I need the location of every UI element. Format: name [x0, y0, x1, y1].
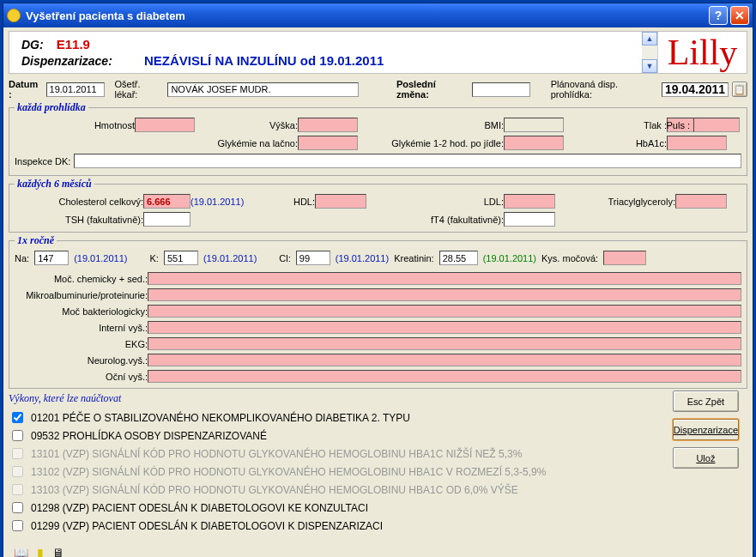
k-input[interactable]: 551 [164, 251, 198, 265]
ldl-label: LDL: [366, 197, 504, 207]
section-yearly: 1x ročně Na: 147 (19.01.2011) K: 551 (19… [9, 234, 747, 389]
bmi-input [504, 118, 564, 132]
height-label: Výška: [195, 120, 298, 130]
banner-scrollbar[interactable]: ▲ ▼ [642, 32, 657, 73]
weight-input[interactable] [135, 118, 195, 132]
glyk-post-label: Glykémie 1-2 hod. po jídle: [358, 138, 504, 148]
close-button[interactable]: ✕ [730, 6, 749, 25]
help-button[interactable]: ? [709, 6, 728, 25]
procedure-checkbox[interactable] [12, 520, 23, 531]
r6-input[interactable] [148, 354, 741, 366]
chol-label: Cholesterol celkový: [15, 197, 143, 207]
pulse-input[interactable] [693, 118, 740, 132]
ldl-input[interactable] [504, 194, 555, 209]
tsh-input[interactable] [143, 212, 191, 227]
statusbar: 📖 ▮ 🖥 [9, 543, 747, 557]
legend-every-visit: každá prohlídka [15, 101, 88, 114]
r2-label: Mikroalbuminurie/proteinurie: [15, 290, 148, 300]
last-change-label: Poslední změna: [396, 79, 469, 100]
r2-input[interactable] [148, 288, 741, 301]
window-title: Vyšetření pacienta s diabetem [26, 9, 185, 22]
procedure-item[interactable]: 01298 (VZP) PACIENT ODESLÁN K DIABETOLOG… [9, 499, 609, 517]
monitor-icon[interactable]: 🖥 [52, 546, 64, 557]
r4-input[interactable] [148, 321, 741, 334]
lilly-logo: Lilly [657, 32, 747, 73]
r1-label: Moč. chemicky + sed.: [15, 274, 148, 284]
date-label: Datum : [9, 79, 43, 100]
cl-input[interactable]: 99 [296, 251, 330, 265]
procedure-label: 13102 (VZP) SIGNÁLNÍ KÓD PRO HODNOTU GLY… [31, 466, 546, 478]
tg-input[interactable] [675, 194, 727, 209]
procedure-label: 13103 (VZP) SIGNÁLNÍ KÓD PRO HODNOTU GLY… [31, 484, 518, 496]
hba1c-label: HbA1c: [564, 138, 667, 148]
esc-back-button[interactable]: Esc Zpět [673, 391, 739, 412]
calendar-button[interactable]: 📋 [732, 82, 747, 97]
procedure-label: 09532 PROHLÍDKA OSOBY DISPENZARIZOVANÉ [31, 430, 267, 442]
na-label: Na: [15, 253, 29, 263]
procedure-item: 13102 (VZP) SIGNÁLNÍ KÓD PRO HODNOTU GLY… [9, 463, 609, 481]
dispenzarizace-button[interactable]: Dispenzarizace [673, 419, 739, 440]
procedure-label: 01298 (VZP) PACIENT ODESLÁN K DIABETOLOG… [31, 502, 368, 514]
doctor-label: Ošetř. lékař: [115, 79, 165, 100]
procedure-checkbox [12, 448, 23, 459]
procedure-item: 13101 (VZP) SIGNÁLNÍ KÓD PRO HODNOTU GLY… [9, 445, 609, 463]
r4-label: Interní vyš.: [15, 323, 148, 333]
pulse-label: Puls : [666, 120, 690, 130]
procedure-item[interactable]: 09532 PROHLÍDKA OSOBY DISPENZARIZOVANÉ [9, 427, 609, 445]
cl-label: Cl: [279, 253, 290, 263]
r3-label: Moč bakteriologicky: [15, 306, 148, 317]
ft4-input[interactable] [504, 212, 555, 227]
hdl-label: HDL: [268, 197, 315, 207]
height-input[interactable] [298, 118, 358, 132]
header-row: Datum : 19.01.2011 Ošetř. lékař: NOVÁK J… [9, 79, 747, 100]
creat-input[interactable]: 28.55 [439, 251, 478, 265]
tg-label: Triacylglyceroly: [555, 197, 675, 207]
tsh-label: TSH (fakultativně): [15, 215, 143, 225]
legend-six-months: každých 6 měsíců [15, 178, 94, 191]
cl-date: (19.01.2011) [336, 253, 389, 263]
save-button[interactable]: Ulož [673, 447, 739, 469]
book-icon[interactable]: 📖 [14, 546, 28, 557]
doctor-input[interactable]: NOVÁK JOSEF MUDR. [167, 82, 359, 97]
glyk-fast-input[interactable] [298, 136, 358, 150]
na-input[interactable]: 147 [34, 251, 69, 265]
procedure-item[interactable]: 01201 PÉČE O STABILIZOVANÉHO NEKOMPLIKOV… [9, 409, 609, 427]
inspekce-label: Inspekce DK: [15, 156, 70, 166]
bp-label: Tlak : [564, 120, 667, 130]
glyk-post-input[interactable] [504, 136, 564, 150]
legend-yearly: 1x ročně [15, 234, 57, 247]
kys-input[interactable] [603, 251, 646, 265]
dispenzarizace-label: Dispenzarizace: [21, 54, 112, 68]
r5-input[interactable] [148, 337, 741, 350]
hba1c-input[interactable] [667, 136, 727, 150]
chol-input[interactable]: 6.666 [143, 194, 191, 209]
last-change-input[interactable] [472, 82, 530, 97]
planned-input[interactable]: 19.04.2011 [662, 82, 729, 97]
procedure-checkbox[interactable] [12, 502, 23, 513]
app-icon [7, 9, 21, 22]
k-date: (19.01.2011) [203, 253, 257, 263]
section-procedures: Výkony, které lze naúčtovat 01201 PÉČE O… [9, 391, 747, 536]
procedure-checkbox [12, 484, 23, 495]
bmi-label: BMI: [358, 120, 504, 130]
r3-input[interactable] [148, 305, 741, 318]
procedure-item[interactable]: 01299 (VZP) PACIENT ODESLÁN K DIABETOLOG… [9, 517, 609, 535]
hdl-input[interactable] [315, 194, 366, 209]
r1-input[interactable] [148, 272, 741, 285]
procedure-item: 13103 (VZP) SIGNÁLNÍ KÓD PRO HODNOTU GLY… [9, 481, 609, 499]
glyk-fast-label: Glykémie na lačno: [195, 138, 298, 148]
scroll-down-icon[interactable]: ▼ [642, 59, 657, 73]
note-icon[interactable]: ▮ [37, 546, 44, 557]
procedure-checkbox[interactable] [12, 412, 23, 423]
creat-label: Kreatinin: [394, 253, 433, 263]
r5-label: EKG: [15, 339, 148, 349]
r7-input[interactable] [148, 370, 741, 383]
chol-date: (19.01.2011) [191, 197, 268, 207]
date-input[interactable]: 19.01.2011 [46, 82, 105, 97]
section-six-months: každých 6 měsíců Cholesterol celkový: 6.… [9, 178, 747, 233]
procedure-label: 01201 PÉČE O STABILIZOVANÉHO NEKOMPLIKOV… [31, 412, 410, 424]
inspekce-input[interactable] [74, 154, 741, 168]
banner: DG: E11.9 Dispenzarizace: NEZÁVISLÍ NA I… [9, 31, 747, 74]
procedure-checkbox[interactable] [12, 430, 23, 441]
scroll-up-icon[interactable]: ▲ [642, 32, 657, 45]
